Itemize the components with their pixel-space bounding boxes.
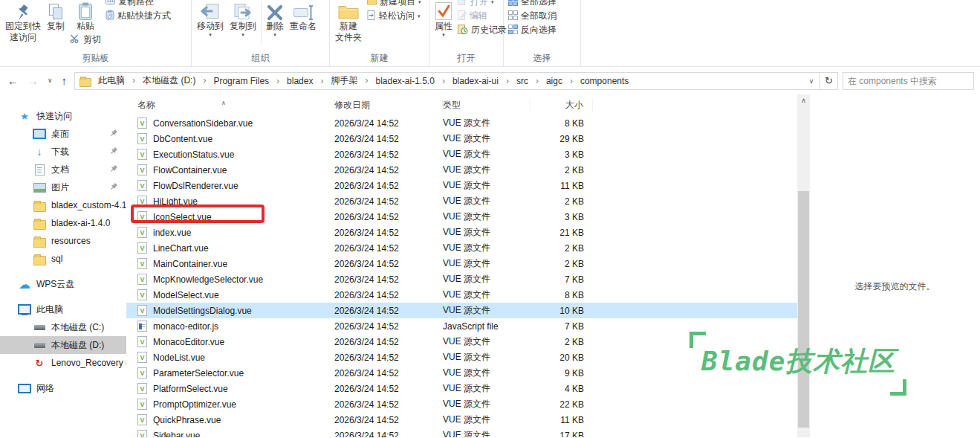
file-date-cell: 2026/3/24 14:52: [334, 431, 443, 438]
search-input[interactable]: [843, 72, 974, 90]
sidebar-item[interactable]: 本地磁盘 (D:): [0, 336, 126, 354]
column-header-name[interactable]: ∧ 名称: [126, 99, 334, 112]
up-button[interactable]: ↑: [62, 75, 68, 86]
table-row[interactable]: Sidebar.vue 2026/3/24 14:52 VUE 源文件 17 K…: [126, 428, 797, 437]
select-all-button[interactable]: 全部选择: [506, 0, 559, 9]
breadcrumb-item[interactable]: bladex: [283, 76, 327, 86]
table-row[interactable]: ModelSettingsDialog.vue 2026/3/24 14:52 …: [126, 303, 797, 318]
table-row[interactable]: IconSelect.vue 2026/3/24 14:52 VUE 源文件 3…: [126, 209, 797, 225]
table-row[interactable]: DbContent.vue 2026/3/24 14:52 VUE 源文件 29…: [126, 131, 797, 146]
cut-button[interactable]: 剪切: [68, 33, 103, 47]
table-row[interactable]: PromptOptimizer.vue 2026/3/24 14:52 VUE …: [126, 396, 797, 412]
file-name-cell: NodeList.vue: [126, 352, 334, 363]
rename-button[interactable]: 重命名: [287, 0, 319, 33]
recent-locations-dropdown[interactable]: ∨: [48, 77, 53, 84]
pin-to-quick-access-button[interactable]: 固定到快 速访问: [2, 0, 44, 44]
breadcrumb-item[interactable]: aigc: [542, 76, 577, 86]
file-name-cell: FlowDslRenderer.vue: [126, 180, 334, 191]
address-bar[interactable]: 此电脑 本地磁盘 (D:) Program Files bladex 脚手架 b…: [74, 72, 838, 90]
sidebar-item-label: bladex-ai-1.4.0: [51, 218, 110, 228]
scrollbar[interactable]: ∧: [797, 94, 810, 437]
back-button[interactable]: ←: [7, 75, 19, 86]
invert-selection-button[interactable]: 反向选择: [506, 23, 559, 37]
group-label-select: 选择: [504, 52, 580, 65]
delete-button[interactable]: 删除: [263, 0, 287, 38]
move-to-button[interactable]: 移动到: [194, 0, 227, 38]
select-none-button[interactable]: 全部取消: [506, 9, 559, 23]
sidebar-item[interactable]: resources: [0, 232, 126, 250]
breadcrumb-item[interactable]: components: [577, 76, 632, 86]
column-header-type[interactable]: 类型: [443, 99, 530, 112]
table-row[interactable]: FlowDslRenderer.vue 2026/3/24 14:52 VUE …: [126, 178, 797, 193]
breadcrumb-item[interactable]: Program Files: [210, 76, 283, 86]
sidebar-item-label: 本地磁盘 (D:): [51, 339, 104, 352]
sidebar-item[interactable]: bladex_custom-4.1: [0, 196, 126, 214]
table-row[interactable]: McpKnowledgeSelector.vue 2026/3/24 14:52…: [126, 271, 797, 287]
table-row[interactable]: ExecutionStatus.vue 2026/3/24 14:52 VUE …: [126, 146, 797, 162]
breadcrumb-item[interactable]: src: [513, 76, 542, 86]
history-button[interactable]: 历史记录: [455, 23, 509, 37]
breadcrumb-item[interactable]: bladex-ai-1.5.0: [371, 76, 448, 86]
file-name: QuickPhrase.vue: [153, 415, 221, 425]
table-row[interactable]: ParameterSelector.vue 2026/3/24 14:52 VU…: [126, 365, 797, 381]
sidebar-item[interactable]: 快速访问: [0, 107, 126, 125]
drive-icon: [33, 339, 46, 351]
breadcrumb-item[interactable]: 脚手架: [327, 74, 371, 87]
file-type-cell: VUE 源文件: [443, 398, 530, 410]
sidebar-item[interactable]: 文档: [0, 161, 126, 178]
file-size-cell: 22 KB: [530, 399, 593, 410]
file-name: LineChart.vue: [153, 243, 209, 254]
table-row[interactable]: FlowContainer.vue 2026/3/24 14:52 VUE 源文…: [126, 162, 797, 178]
breadcrumb-item[interactable]: 本地磁盘 (D:): [139, 74, 210, 87]
table-row[interactable]: MonacoEditor.vue 2026/3/24 14:52 VUE 源文件…: [126, 334, 797, 350]
open-button[interactable]: 打开 ▾: [455, 0, 509, 9]
vue-file-icon: [137, 367, 147, 379]
copy-path-button[interactable]: 复制路径: [103, 0, 173, 9]
scrollbar-up-icon[interactable]: ∧: [797, 94, 810, 107]
sidebar-item[interactable]: 图片: [0, 178, 126, 196]
new-folder-button[interactable]: 新建 文件夹: [332, 0, 365, 44]
edit-button[interactable]: 编辑: [455, 9, 509, 23]
column-header-date-modified[interactable]: 修改日期: [334, 99, 443, 112]
paste-button[interactable]: 粘贴: [68, 0, 103, 33]
table-row[interactable]: HiLight.vue 2026/3/24 14:52 VUE 源文件 2 KB: [126, 193, 797, 209]
forward-button[interactable]: →: [27, 75, 39, 86]
column-header-size[interactable]: 大小: [530, 99, 593, 112]
easy-access-button[interactable]: 轻松访问 ▾: [365, 9, 424, 23]
table-row[interactable]: ConversationSidebar.vue 2026/3/24 14:52 …: [126, 115, 797, 131]
file-name: NodeList.vue: [153, 352, 205, 363]
file-date-cell: 2026/3/24 14:52: [334, 134, 443, 144]
breadcrumb-item[interactable]: 此电脑: [94, 74, 139, 87]
sidebar-item[interactable]: 桌面: [0, 125, 126, 143]
vue-file-icon: [137, 117, 147, 129]
table-row[interactable]: NodeList.vue 2026/3/24 14:52 VUE 源文件 20 …: [126, 350, 797, 365]
sidebar-item[interactable]: 下载: [0, 143, 126, 161]
sidebar-item[interactable]: WPS云盘: [0, 275, 126, 293]
file-name-cell: ConversationSidebar.vue: [126, 117, 334, 129]
sidebar-item[interactable]: 本地磁盘 (C:): [0, 318, 126, 336]
sidebar-item[interactable]: sql: [0, 250, 126, 268]
paste-shortcut-button[interactable]: 粘贴快捷方式: [103, 9, 173, 23]
copy-button[interactable]: 复制: [44, 0, 68, 33]
properties-button[interactable]: 属性: [432, 0, 455, 38]
sidebar-item[interactable]: 网络: [0, 379, 126, 397]
scrollbar-thumb[interactable]: [798, 191, 809, 428]
file-name-cell: PromptOptimizer.vue: [126, 399, 334, 410]
table-row[interactable]: QuickPhrase.vue 2026/3/24 14:52 VUE 源文件 …: [126, 412, 797, 428]
table-row[interactable]: monaco-editor.js 2026/3/24 14:52 JavaScr…: [126, 318, 797, 334]
sidebar-item[interactable]: 此电脑: [0, 300, 126, 318]
address-dropdown-icon[interactable]: ∨: [803, 77, 820, 85]
sidebar-item[interactable]: Lenovo_Recovery (: [0, 354, 126, 372]
table-row[interactable]: index.vue 2026/3/24 14:52 VUE 源文件 21 KB: [126, 225, 797, 240]
sidebar-item[interactable]: bladex-ai-1.4.0: [0, 214, 126, 232]
file-name-cell: MonacoEditor.vue: [126, 336, 334, 347]
refresh-icon[interactable]: ↻: [820, 72, 837, 90]
breadcrumb-item[interactable]: bladex-ai-ui: [449, 76, 513, 86]
file-name-cell: ExecutionStatus.vue: [126, 149, 334, 160]
copy-to-button[interactable]: 复制到: [227, 0, 259, 38]
table-row[interactable]: PlatformSelect.vue 2026/3/24 14:52 VUE 源…: [126, 381, 797, 396]
table-row[interactable]: MainContainer.vue 2026/3/24 14:52 VUE 源文…: [126, 256, 797, 271]
table-row[interactable]: LineChart.vue 2026/3/24 14:52 VUE 源文件 2 …: [126, 240, 797, 256]
table-row[interactable]: ModelSelect.vue 2026/3/24 14:52 VUE 源文件 …: [126, 287, 797, 303]
new-item-button[interactable]: 新建项目 ▾: [365, 0, 424, 9]
